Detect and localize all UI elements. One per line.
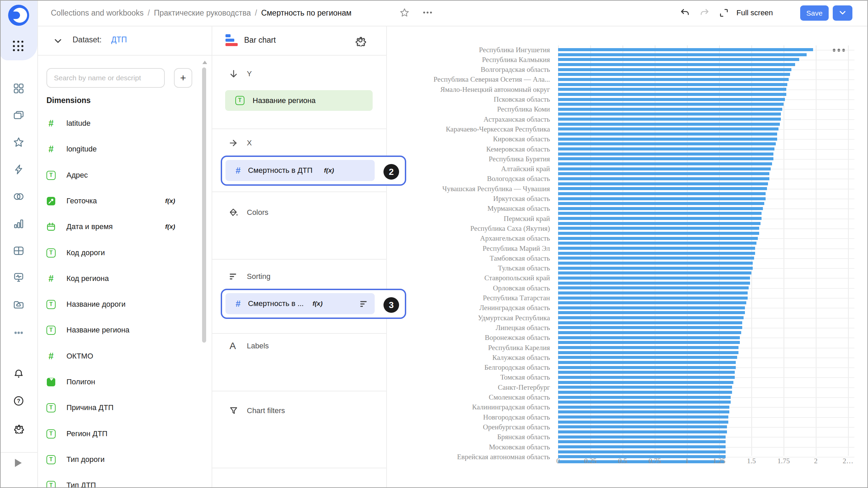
bar[interactable] xyxy=(558,252,755,255)
bar[interactable] xyxy=(558,425,727,428)
redo-icon[interactable] xyxy=(699,8,710,18)
labels-section-label[interactable]: Labels xyxy=(247,342,269,350)
bar[interactable] xyxy=(558,237,758,240)
bar[interactable] xyxy=(558,311,745,314)
bar[interactable] xyxy=(558,108,782,111)
help-icon[interactable]: ? xyxy=(13,395,24,407)
bar[interactable] xyxy=(558,291,748,294)
bar[interactable] xyxy=(558,78,789,81)
bar[interactable] xyxy=(558,58,799,61)
fullscreen-icon[interactable] xyxy=(719,8,729,18)
bar[interactable] xyxy=(558,415,728,419)
bar[interactable] xyxy=(558,147,774,150)
bar[interactable] xyxy=(558,331,741,334)
breadcrumb-workbook[interactable]: Практические руководства xyxy=(154,8,251,18)
dataset-name-link[interactable]: ДТП xyxy=(111,35,127,44)
sidebar-item-collections-icon[interactable] xyxy=(13,109,24,121)
sidebar-item-charts-icon[interactable] xyxy=(13,218,24,229)
chart-type-label[interactable]: Bar chart xyxy=(244,36,276,45)
bar[interactable] xyxy=(558,152,773,156)
sidebar-item-datasets-icon[interactable] xyxy=(13,191,24,202)
dataset-field-Полигон[interactable]: Полигон xyxy=(37,377,212,387)
bar[interactable] xyxy=(558,187,767,190)
bar[interactable] xyxy=(558,445,726,448)
bar[interactable] xyxy=(558,277,750,280)
dataset-field-Адрес[interactable]: TАдрес xyxy=(37,170,212,181)
bar[interactable] xyxy=(558,202,764,205)
bar[interactable] xyxy=(558,162,772,165)
y-field-pill[interactable]: T Название региона xyxy=(225,90,373,111)
bar[interactable] xyxy=(558,410,729,413)
dataset-field-Тип ДТП[interactable]: TТип ДТП xyxy=(37,481,212,488)
x-field-pill[interactable]: # Смертность в ДТП f(x) xyxy=(225,160,375,181)
bar[interactable] xyxy=(558,336,740,339)
bar[interactable] xyxy=(558,386,732,389)
bar[interactable] xyxy=(558,113,781,116)
bar[interactable] xyxy=(558,450,726,453)
bar[interactable] xyxy=(558,222,761,225)
bar[interactable] xyxy=(558,262,753,265)
sorting-field-pill[interactable]: # Смертность в ... f(x) xyxy=(225,293,375,314)
fullscreen-label[interactable]: Full screen xyxy=(736,8,773,17)
bar[interactable] xyxy=(558,172,769,175)
chart-settings-gear-icon[interactable] xyxy=(354,34,367,46)
sidebar-item-dashboards-icon[interactable] xyxy=(13,271,24,283)
save-button[interactable]: Save xyxy=(800,5,829,21)
sidebar-item-connections-icon[interactable] xyxy=(13,164,24,175)
bar[interactable] xyxy=(558,93,786,96)
bar[interactable] xyxy=(558,177,769,180)
bar[interactable] xyxy=(558,63,795,66)
bar[interactable] xyxy=(558,396,731,399)
bar[interactable] xyxy=(558,326,742,329)
bar[interactable] xyxy=(558,406,729,409)
bar[interactable] xyxy=(558,376,735,379)
bar[interactable] xyxy=(558,118,781,121)
bar[interactable] xyxy=(558,435,726,439)
bar[interactable] xyxy=(558,257,754,260)
bar[interactable] xyxy=(558,167,771,170)
bar[interactable] xyxy=(558,48,813,51)
bar[interactable] xyxy=(558,98,785,101)
bar[interactable] xyxy=(558,103,784,106)
bar[interactable] xyxy=(558,142,776,145)
dataset-field-ОКТМО[interactable]: #ОКТМО xyxy=(37,351,212,362)
bar[interactable] xyxy=(558,271,751,274)
bar[interactable] xyxy=(558,401,731,404)
bar[interactable] xyxy=(558,306,745,309)
dataset-header[interactable]: Dataset: ДТП xyxy=(37,26,212,55)
bar[interactable] xyxy=(558,361,736,364)
x-section-label[interactable]: X xyxy=(247,139,252,147)
bar[interactable] xyxy=(558,247,755,250)
bar[interactable] xyxy=(558,212,762,215)
colors-section-label[interactable]: Colors xyxy=(247,208,269,217)
bar[interactable] xyxy=(558,440,726,443)
bar[interactable] xyxy=(558,391,732,394)
dataset-field-longitude[interactable]: #longitude xyxy=(37,144,212,155)
dataset-field-Код дороги[interactable]: TКод дороги xyxy=(37,248,212,258)
sorting-section-label[interactable]: Sorting xyxy=(247,272,271,281)
bar[interactable] xyxy=(558,346,738,349)
dataset-field-Регион ДТП[interactable]: TРегион ДТП xyxy=(37,429,212,439)
bar[interactable] xyxy=(558,192,766,195)
sort-direction-icon[interactable] xyxy=(359,299,369,309)
bar[interactable] xyxy=(558,197,766,200)
bar[interactable] xyxy=(558,88,786,91)
bar[interactable] xyxy=(558,341,740,344)
bar[interactable] xyxy=(558,127,778,130)
field-search-input[interactable] xyxy=(46,68,165,88)
dataset-field-Дата и время[interactable]: Дата и времяf(x) xyxy=(37,222,212,232)
bar[interactable] xyxy=(558,68,791,71)
notifications-bell-icon[interactable] xyxy=(13,368,24,380)
bar[interactable] xyxy=(558,430,727,433)
expand-panel-icon[interactable] xyxy=(15,459,22,467)
filters-section-label[interactable]: Chart filters xyxy=(247,406,285,415)
sidebar-item-more-icon[interactable] xyxy=(13,327,24,339)
bar[interactable] xyxy=(558,53,807,56)
bar[interactable] xyxy=(558,227,759,230)
y-section-label[interactable]: Y xyxy=(247,69,252,78)
bar[interactable] xyxy=(558,301,746,304)
bar[interactable] xyxy=(558,282,750,285)
bar[interactable] xyxy=(558,133,777,136)
scrollbar-up-arrow[interactable] xyxy=(202,61,207,64)
apps-grid-icon[interactable] xyxy=(13,41,24,52)
